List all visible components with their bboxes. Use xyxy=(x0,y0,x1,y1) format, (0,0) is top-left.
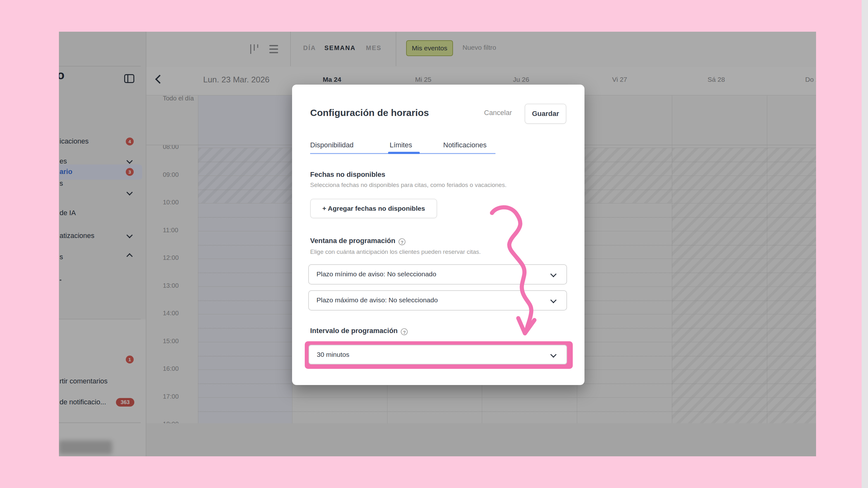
chevron-down-icon xyxy=(550,271,557,277)
annotation-arrow xyxy=(485,202,545,345)
add-unavailable-dates-button[interactable]: + Agregar fechas no disponibles xyxy=(310,199,437,218)
section-title-scheduling-interval: Intervalo de programación? xyxy=(310,327,408,335)
section-desc-scheduling-window: Elige con cuánta anticipación los client… xyxy=(310,248,481,255)
chevron-down-icon xyxy=(550,352,557,358)
active-tab-underline xyxy=(388,152,420,154)
page-edge-strip xyxy=(862,0,868,488)
section-desc-unavailable-dates: Selecciona fechas no disponibles para ci… xyxy=(310,182,506,188)
help-icon[interactable]: ? xyxy=(401,328,408,335)
interval-select[interactable]: 30 minutos xyxy=(309,345,567,364)
help-icon[interactable]: ? xyxy=(399,238,405,245)
section-title-scheduling-window: Ventana de programación? xyxy=(310,237,405,245)
screenshot-stage: Todo el día 08:0009:0010:0011:0012:0013:… xyxy=(0,0,868,488)
section-title-unavailable-dates: Fechas no disponibles xyxy=(310,171,385,179)
modal-title: Configuración de horarios xyxy=(310,108,429,118)
cancel-button[interactable]: Cancelar xyxy=(484,109,512,117)
annotation-highlight-box: 30 minutos xyxy=(305,341,573,369)
tab-notifications[interactable]: Notificaciones xyxy=(443,141,487,149)
save-button[interactable]: Guardar xyxy=(525,103,566,124)
tab-availability[interactable]: Disponibilidad xyxy=(310,141,353,149)
chevron-down-icon xyxy=(550,297,557,303)
tab-limits-active[interactable]: Límites xyxy=(390,141,412,149)
